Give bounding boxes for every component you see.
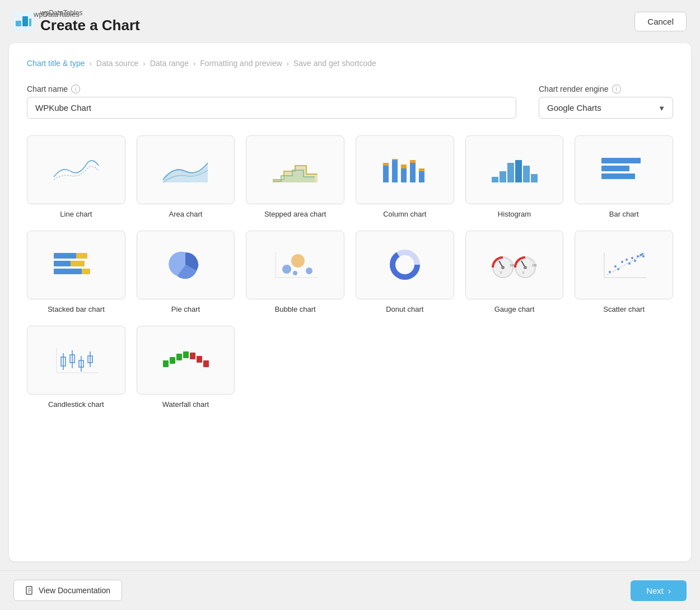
chart-card-stepped-area[interactable]: Stepped area chart xyxy=(246,135,344,219)
chart-icon-box-histogram xyxy=(465,135,564,204)
chart-icon-box-bar xyxy=(575,135,673,204)
chart-types-row2: Stacked bar chart Pie chart xyxy=(27,231,673,315)
svg-rect-24 xyxy=(76,253,87,259)
breadcrumb-sep-4: › xyxy=(287,59,289,68)
chart-card-donut[interactable]: Donut chart xyxy=(356,231,454,315)
svg-point-61 xyxy=(642,255,645,257)
chart-icon-box-pie xyxy=(137,231,235,299)
svg-rect-25 xyxy=(54,261,71,266)
chart-card-bar[interactable]: Bar chart xyxy=(575,135,673,219)
candlestick-chart-icon xyxy=(51,345,101,376)
app-name: wpDataTables xyxy=(34,10,80,18)
pie-chart-icon xyxy=(160,250,211,280)
chart-card-bubble[interactable]: Bubble chart xyxy=(246,231,344,315)
chart-card-line[interactable]: Line chart xyxy=(27,135,125,219)
chart-label-donut: Donut chart xyxy=(386,305,423,315)
chart-card-gauge[interactable]: 0 100 0 100 Gauge chart xyxy=(465,231,564,315)
breadcrumb-step-3[interactable]: Data range xyxy=(150,59,189,68)
line-chart-icon xyxy=(51,154,101,185)
chart-label-column: Column chart xyxy=(383,210,426,219)
svg-point-53 xyxy=(621,261,623,263)
chart-card-histogram[interactable]: Histogram xyxy=(465,135,564,219)
svg-point-56 xyxy=(631,257,633,259)
svg-line-62 xyxy=(607,254,645,275)
svg-rect-14 xyxy=(492,177,498,182)
svg-rect-74 xyxy=(170,357,175,364)
svg-rect-78 xyxy=(197,356,202,363)
svg-rect-9 xyxy=(401,165,407,168)
cancel-button[interactable]: Cancel xyxy=(634,12,687,31)
svg-rect-17 xyxy=(515,160,522,182)
render-engine-select-wrapper: Google Charts Highcharts Chart.js ▼ xyxy=(539,97,673,119)
next-button[interactable]: Next › xyxy=(631,580,687,601)
svg-rect-73 xyxy=(163,360,169,367)
svg-point-54 xyxy=(626,259,628,261)
svg-point-57 xyxy=(634,260,636,262)
chart-icon-box-stepped-area xyxy=(246,135,344,204)
chart-name-info-icon: i xyxy=(71,85,80,93)
breadcrumb-step-5[interactable]: Save and get shortcode xyxy=(293,59,376,68)
svg-rect-16 xyxy=(507,163,514,182)
svg-point-58 xyxy=(637,255,639,257)
chart-card-stacked-bar[interactable]: Stacked bar chart xyxy=(27,231,125,315)
svg-rect-2 xyxy=(22,16,28,26)
main-card: Chart title & type › Data source › Data … xyxy=(9,43,691,561)
chart-label-bar: Bar chart xyxy=(609,210,639,219)
breadcrumb-step-4[interactable]: Formatting and preview xyxy=(200,59,282,68)
svg-rect-8 xyxy=(401,168,407,182)
chart-card-area[interactable]: Area chart xyxy=(137,135,235,219)
chart-card-scatter[interactable]: Scatter chart xyxy=(575,231,673,315)
breadcrumb-sep-2: › xyxy=(143,59,145,68)
svg-rect-27 xyxy=(54,269,82,274)
breadcrumb: Chart title & type › Data source › Data … xyxy=(27,59,673,68)
chart-label-bubble: Bubble chart xyxy=(275,305,316,315)
breadcrumb-step-2[interactable]: Data source xyxy=(96,59,138,68)
chart-card-pie[interactable]: Pie chart xyxy=(137,231,235,315)
stacked-bar-chart-icon xyxy=(51,250,101,280)
breadcrumb-step-1[interactable]: Chart title & type xyxy=(27,59,85,68)
svg-rect-13 xyxy=(419,168,424,171)
svg-text:0: 0 xyxy=(500,271,502,274)
chart-icon-box-bubble xyxy=(246,231,344,299)
empty-slot-4 xyxy=(575,326,673,410)
page-footer: View Documentation Next › xyxy=(0,570,700,610)
chart-label-scatter: Scatter chart xyxy=(603,305,645,315)
chart-label-histogram: Histogram xyxy=(498,210,531,219)
chart-card-column[interactable]: Column chart xyxy=(356,135,454,219)
svg-point-34 xyxy=(306,268,312,274)
chart-icon-box-stacked-bar xyxy=(27,231,125,299)
chart-card-waterfall[interactable]: Waterfall chart xyxy=(137,326,235,410)
chart-card-candlestick[interactable]: Candlestick chart xyxy=(27,326,125,410)
document-icon xyxy=(25,586,34,595)
svg-rect-77 xyxy=(190,353,195,359)
svg-point-40 xyxy=(501,266,505,269)
svg-point-45 xyxy=(524,266,527,269)
svg-point-35 xyxy=(293,271,297,275)
chart-label-pie: Pie chart xyxy=(171,305,200,315)
app-logo xyxy=(13,12,34,32)
svg-rect-79 xyxy=(203,360,209,367)
chart-name-input[interactable] xyxy=(27,97,516,119)
render-engine-group: Chart render engine i Google Charts High… xyxy=(539,85,673,119)
chart-icon-box-donut xyxy=(356,231,454,299)
svg-rect-15 xyxy=(500,171,506,182)
svg-rect-19 xyxy=(531,174,538,182)
view-documentation-button[interactable]: View Documentation xyxy=(13,580,122,601)
svg-point-51 xyxy=(614,265,617,268)
column-chart-icon xyxy=(380,154,430,185)
render-engine-select[interactable]: Google Charts Highcharts Chart.js xyxy=(539,97,673,119)
render-engine-label: Chart render engine i xyxy=(539,85,673,93)
breadcrumb-sep-3: › xyxy=(193,59,195,68)
svg-text:0: 0 xyxy=(522,271,524,274)
next-arrow-icon: › xyxy=(668,586,671,595)
donut-chart-icon xyxy=(380,250,430,280)
chart-icon-box-column xyxy=(356,135,454,204)
svg-rect-3 xyxy=(29,18,31,26)
svg-point-55 xyxy=(628,262,631,265)
chart-name-group: Chart name i xyxy=(27,85,516,119)
stepped-area-chart-icon xyxy=(270,154,320,185)
svg-rect-23 xyxy=(54,253,76,259)
chart-label-gauge: Gauge chart xyxy=(494,305,535,315)
svg-rect-28 xyxy=(82,269,90,274)
svg-text:100: 100 xyxy=(510,264,515,267)
